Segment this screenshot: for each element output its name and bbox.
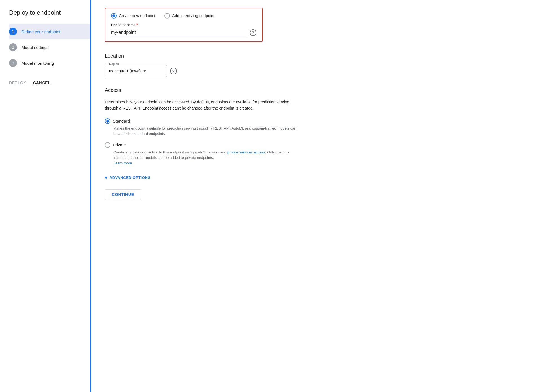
endpoint-name-input[interactable] (111, 28, 246, 37)
continue-button[interactable]: CONTINUE (105, 189, 141, 200)
step-2-label: Model settings (21, 45, 49, 50)
chevron-down-icon: ▾ (105, 175, 107, 180)
access-section: Access Determines how your endpoint can … (105, 87, 531, 166)
access-option-private: Private Create a private connection to t… (105, 142, 531, 166)
region-select[interactable]: Region us-central1 (Iowa) ▾ (105, 65, 167, 77)
access-option-private-header: Private (105, 142, 531, 148)
endpoint-type-box: Create new endpoint Add to existing endp… (105, 8, 263, 42)
learn-more-link[interactable]: Learn more (113, 161, 132, 165)
create-new-endpoint-option[interactable]: Create new endpoint (111, 13, 155, 19)
add-existing-radio[interactable] (164, 13, 170, 19)
standard-label: Standard (113, 119, 130, 123)
location-heading: Location (105, 53, 531, 59)
region-dropdown-arrow-icon: ▾ (143, 68, 146, 74)
step-3[interactable]: 3 Model monitoring (9, 56, 90, 70)
private-radio[interactable] (105, 142, 110, 148)
advanced-options-label: ADVANCED OPTIONS (110, 175, 150, 180)
region-select-wrapper: Region us-central1 (Iowa) ▾ ? (105, 65, 531, 77)
standard-radio[interactable] (105, 118, 110, 124)
step-3-number: 3 (9, 59, 17, 67)
add-existing-label: Add to existing endpoint (172, 14, 214, 18)
region-value: us-central1 (Iowa) (109, 69, 141, 73)
create-new-radio[interactable] (111, 13, 117, 19)
endpoint-name-label: Endpoint name * (111, 23, 256, 27)
sidebar: Deploy to endpoint 1 Define your endpoin… (0, 0, 90, 392)
step-3-label: Model monitoring (21, 61, 54, 66)
step-2[interactable]: 2 Model settings (9, 40, 90, 55)
step-1[interactable]: 1 Define your endpoint (9, 24, 90, 39)
create-new-label: Create new endpoint (119, 14, 155, 18)
private-radio-option[interactable]: Private (105, 142, 126, 148)
endpoint-type-radio-group: Create new endpoint Add to existing endp… (111, 13, 256, 19)
deploy-button[interactable]: DEPLOY (9, 81, 26, 85)
main-content: Create new endpoint Add to existing endp… (91, 0, 545, 392)
private-label: Private (113, 142, 126, 147)
page-title: Deploy to endpoint (9, 9, 90, 16)
standard-description: Makes the endpoint available for predict… (105, 126, 296, 137)
step-1-label: Define your endpoint (21, 29, 60, 34)
location-section: Location Region us-central1 (Iowa) ▾ ? (105, 53, 531, 77)
step-1-number: 1 (9, 28, 17, 35)
access-heading: Access (105, 87, 531, 93)
endpoint-name-field: Endpoint name * ? (111, 23, 256, 37)
access-option-standard: Standard Makes the endpoint available fo… (105, 118, 531, 137)
endpoint-name-help-icon[interactable]: ? (250, 29, 256, 36)
private-desc-before: Create a private connection to this endp… (113, 150, 227, 154)
cancel-button[interactable]: CANCEL (33, 81, 51, 85)
add-existing-endpoint-option[interactable]: Add to existing endpoint (164, 13, 214, 19)
advanced-options-toggle[interactable]: ▾ ADVANCED OPTIONS (105, 175, 531, 180)
private-services-access-link[interactable]: private services access (227, 150, 265, 154)
sidebar-actions: DEPLOY CANCEL (9, 81, 90, 85)
private-description: Create a private connection to this endp… (105, 150, 296, 166)
standard-radio-option[interactable]: Standard (105, 118, 130, 124)
access-description: Determines how your endpoint can be acce… (105, 99, 302, 112)
endpoint-name-input-row: ? (111, 28, 256, 37)
access-option-standard-header: Standard (105, 118, 531, 124)
step-2-number: 2 (9, 43, 17, 51)
region-help-icon[interactable]: ? (170, 68, 177, 74)
